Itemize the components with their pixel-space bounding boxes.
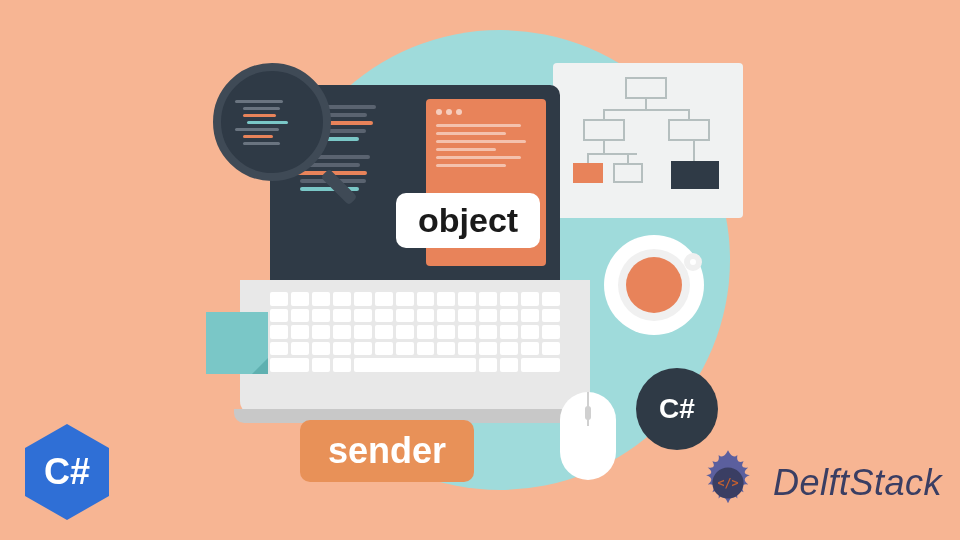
csharp-hex-text: C#	[25, 424, 109, 520]
flowchart-connector	[603, 109, 689, 111]
flowchart-connector	[693, 141, 695, 161]
brand-emblem-icon: </>	[689, 444, 767, 522]
flowchart-box	[671, 161, 719, 189]
label-sender: sender	[300, 420, 474, 482]
flowchart-box	[668, 119, 710, 141]
flowchart-connector	[688, 109, 690, 119]
brand-name: DelftStack	[773, 462, 942, 504]
coffee-cup-icon	[604, 235, 704, 335]
flowchart-box	[613, 163, 643, 183]
magnifier-icon	[213, 63, 335, 185]
laptop-base	[240, 280, 590, 415]
flowchart-connector	[587, 153, 637, 155]
csharp-badge-circle: C#	[636, 368, 718, 450]
mouse-icon	[560, 392, 616, 480]
keyboard	[270, 292, 560, 372]
csharp-hex-logo: C#	[25, 424, 109, 520]
label-object: object	[396, 193, 540, 248]
flowchart-connector	[645, 99, 647, 109]
svg-text:</>: </>	[717, 476, 738, 490]
flowchart-connector	[627, 153, 629, 163]
sticky-note-icon	[206, 312, 268, 374]
flowchart-connector	[603, 109, 605, 119]
flowchart-box	[625, 77, 667, 99]
brand-logo: </> DelftStack	[689, 444, 942, 522]
